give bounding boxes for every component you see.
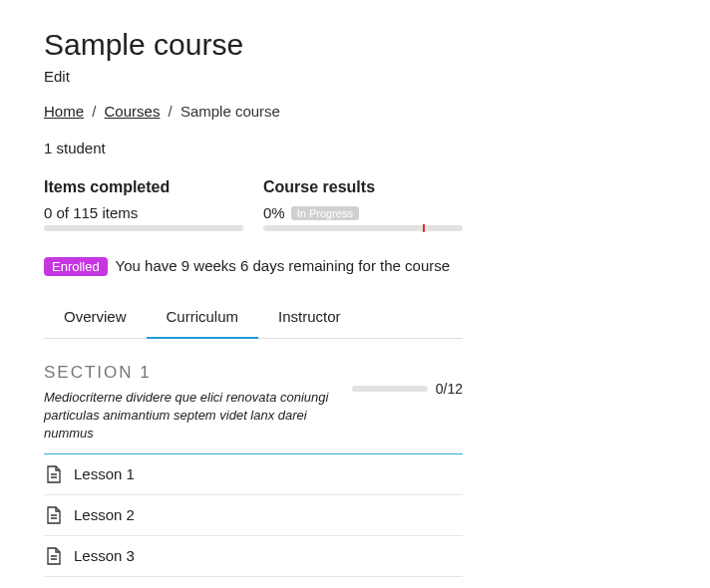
lesson-row[interactable]: Lesson 4: [44, 577, 463, 588]
section-title: SECTION 1: [44, 363, 336, 383]
course-results-col: Course results 0% In Progress: [263, 178, 463, 231]
course-results-bar: [263, 225, 463, 231]
course-results-percent: 0%: [263, 204, 285, 221]
file-icon: [46, 547, 62, 565]
student-count: 1 student: [44, 140, 666, 156]
section: SECTION 1 Mediocriterne dividere que eli…: [44, 363, 463, 588]
items-completed-col: Items completed 0 of 115 items: [44, 178, 243, 231]
bar-marker: [423, 224, 425, 232]
breadcrumb-sep: /: [169, 103, 173, 120]
enroll-row: Enrolled You have 9 weeks 6 days remaini…: [44, 257, 666, 276]
enroll-remaining-text: You have 9 weeks 6 days remaining for th…: [116, 257, 450, 274]
items-completed-value: 0 of 115 items: [44, 204, 138, 221]
status-badge: In Progress: [291, 206, 359, 220]
items-completed-bar: [44, 225, 243, 231]
file-icon: [46, 465, 62, 483]
breadcrumb-current: Sample course: [180, 103, 280, 120]
section-progress-count: 0/12: [436, 381, 463, 397]
breadcrumb-sep: /: [92, 103, 96, 120]
section-progress-bar: [352, 386, 428, 392]
file-icon: [46, 506, 62, 524]
tab-instructor[interactable]: Instructor: [258, 298, 361, 339]
tab-curriculum[interactable]: Curriculum: [147, 298, 259, 339]
section-description: Mediocriterne dividere que elici renovat…: [44, 389, 336, 443]
lesson-label: Lesson 3: [74, 547, 135, 564]
tabs: Overview Curriculum Instructor: [44, 298, 463, 339]
edit-link[interactable]: Edit: [44, 68, 70, 85]
lesson-row[interactable]: Lesson 3: [44, 536, 463, 577]
lesson-row[interactable]: Lesson 1: [44, 454, 463, 495]
lesson-label: Lesson 1: [74, 465, 135, 482]
tab-overview[interactable]: Overview: [44, 298, 147, 339]
lesson-label: Lesson 2: [74, 506, 135, 523]
breadcrumb-home[interactable]: Home: [44, 103, 84, 120]
lesson-row[interactable]: Lesson 2: [44, 495, 463, 536]
enrolled-badge: Enrolled: [44, 257, 108, 276]
section-header: SECTION 1 Mediocriterne dividere que eli…: [44, 363, 463, 454]
course-results-title: Course results: [263, 178, 463, 196]
breadcrumb-courses[interactable]: Courses: [105, 103, 161, 120]
items-completed-title: Items completed: [44, 178, 243, 196]
stats-row: Items completed 0 of 115 items Course re…: [44, 178, 666, 231]
page-title: Sample course: [44, 28, 666, 62]
breadcrumb: Home / Courses / Sample course: [44, 103, 666, 120]
